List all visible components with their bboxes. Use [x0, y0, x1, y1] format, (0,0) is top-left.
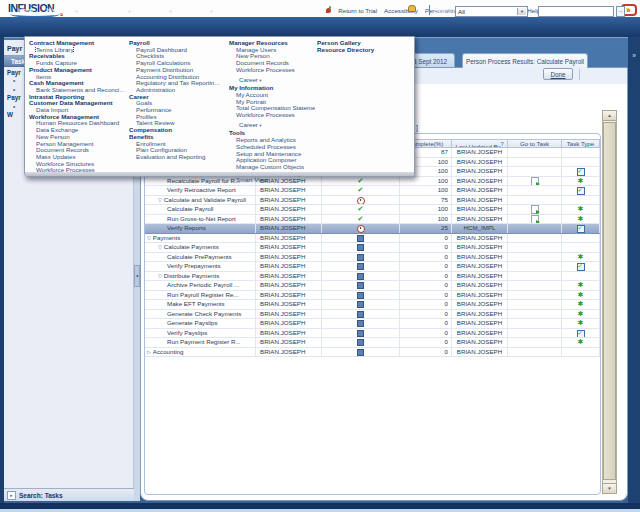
search-scope-select[interactable]: All ▼ — [455, 6, 528, 17]
table-row[interactable]: ▷AccountingBRIAN.JOSEPH0BRIAN.JOSEPH — [145, 348, 600, 358]
nav-item-watchlist[interactable]: Watchlist ▾ — [183, 7, 213, 14]
task-name[interactable]: Verify Retroactive Report — [167, 186, 236, 193]
column-header-last-updated-by[interactable]: Last Updated By? — [452, 139, 508, 148]
search-tasks-footer[interactable]: ▸ Search: Tasks — [4, 488, 134, 501]
menu-item-manage-custom-objects[interactable]: Manage Custom Objects — [229, 164, 315, 171]
menu-group-contract-management[interactable]: Contract Management — [29, 40, 127, 47]
tab-person-process-results[interactable]: Person Process Results: Calculate Payrol… — [462, 53, 588, 68]
column-header-task-type[interactable]: Task Type — [562, 139, 600, 148]
help-icon[interactable]: ? — [501, 141, 504, 147]
menu-item-download-adf-desktop-integr[interactable]: Download ADF Desktop Integr... — [229, 171, 315, 178]
nav-item-favorites[interactable]: Favorites ▾ — [142, 7, 172, 14]
search-go-button[interactable]: → — [616, 6, 625, 17]
menu-group-tools[interactable]: Tools — [229, 130, 315, 137]
menu-item-payroll-dashboard[interactable]: Payroll Dashboard — [129, 47, 227, 54]
table-row-selected[interactable]: Verify ReportsBRIAN.JOSEPH25HCM_IMPL — [145, 224, 600, 234]
scrollbar-thumb[interactable] — [603, 122, 616, 480]
search-input[interactable] — [538, 6, 614, 17]
chevron-down-icon[interactable]: ▼ — [517, 8, 526, 15]
task-name[interactable]: Verify Payslips — [167, 329, 207, 336]
menu-group-workforce-management[interactable]: Workforce Management — [29, 114, 127, 121]
table-row[interactable]: Verify PayslipsBRIAN.JOSEPH0BRIAN.JOSEPH — [145, 329, 600, 339]
table-row[interactable]: Calculate PrePaymentsBRIAN.JOSEPH0BRIAN.… — [145, 253, 600, 263]
menu-item-scheduled-processes[interactable]: Scheduled Processes — [229, 144, 315, 151]
table-row[interactable]: Generate PayslipsBRIAN.JOSEPH0BRIAN.JOSE… — [145, 319, 600, 329]
collapse-node-icon[interactable]: ▽ — [158, 273, 162, 279]
menu-item-payroll-calculations[interactable]: Payroll Calculations — [129, 60, 227, 67]
go-to-task-icon[interactable] — [531, 177, 539, 186]
right-collapsed-pane[interactable] — [628, 37, 640, 503]
table-row[interactable]: ▽Calculate and Validate PayrollBRIAN.JOS… — [145, 196, 600, 206]
task-name[interactable]: Calculate Payments — [164, 243, 219, 250]
menu-item-performance[interactable]: Performance — [129, 107, 227, 114]
task-name[interactable]: Accounting — [153, 348, 184, 355]
menu-group-payroll[interactable]: Payroll — [129, 40, 227, 47]
table-row[interactable]: Make EFT PaymentsBRIAN.JOSEPH0BRIAN.JOSE… — [145, 300, 600, 310]
menu-item-person-management[interactable]: Person Management — [29, 141, 127, 148]
menu-item-workforce-structures[interactable]: Workforce Structures — [29, 161, 127, 168]
menu-item-plan-configuration[interactable]: Plan Configuration — [129, 147, 227, 154]
menu-item-accounting-distribution[interactable]: Accounting Distribution — [129, 74, 227, 81]
menu-item-my-account[interactable]: My Account — [229, 92, 315, 99]
menu-group-manager-resources[interactable]: Manager Resources — [229, 40, 315, 47]
menu-item-workforce-processes[interactable]: Workforce Processes — [29, 167, 127, 174]
menu-group-receivables[interactable]: Receivables — [29, 53, 127, 60]
table-row[interactable]: Run Payroll Register Re...BRIAN.JOSEPH0B… — [145, 291, 600, 301]
menu-item-evaluation-and-reporting[interactable]: Evaluation and Reporting — [129, 154, 227, 161]
done-button[interactable]: Done — [543, 68, 573, 80]
tab-overflow-chevron[interactable]: » — [629, 52, 639, 59]
advanced-search-icon[interactable]: » — [626, 6, 630, 13]
menu-item-mass-updates[interactable]: Mass Updates — [29, 154, 127, 161]
menu-item-document-records[interactable]: Document Records — [29, 147, 127, 154]
notifications[interactable]: (0) — [408, 5, 426, 12]
go-to-task-icon[interactable] — [531, 205, 539, 214]
nav-item-navigator[interactable]: Navigator ▾ — [46, 7, 77, 14]
task-name[interactable]: Calculate and Validate Payroll — [164, 196, 246, 203]
menu-item-my-portrait[interactable]: My Portrait — [229, 99, 315, 106]
table-row[interactable]: Calculate PayrollBRIAN.JOSEPH✔100BRIAN.J… — [145, 205, 600, 215]
nav-item-spaces[interactable]: Spaces — [248, 7, 270, 14]
task-name[interactable]: Make EFT Payments — [167, 300, 225, 307]
menu-item-regulatory-and-tax-reportin[interactable]: Regulatory and Tax Reportin... — [129, 80, 227, 87]
scroll-down-arrow[interactable]: ▼ — [602, 483, 617, 494]
task-name[interactable]: Distribute Payments — [164, 272, 219, 279]
nav-item-recent-items[interactable]: Recent Items ▾ — [89, 7, 131, 14]
table-row[interactable]: Run Payment Register R...BRIAN.JOSEPH0BR… — [145, 338, 600, 348]
collapse-node-icon[interactable]: ▽ — [158, 197, 162, 203]
menu-item-career[interactable]: Career ▾ — [229, 122, 315, 130]
table-row[interactable]: ▽Distribute PaymentsBRIAN.JOSEPH0BRIAN.J… — [145, 272, 600, 282]
expander-icon[interactable]: ▸ — [7, 491, 16, 500]
task-name[interactable]: Calculate PrePayments — [167, 253, 232, 260]
menu-item-reports-and-analytics[interactable]: Reports and Analytics — [229, 137, 315, 144]
collapse-node-icon[interactable]: ▽ — [147, 235, 151, 241]
menu-item-smart-view[interactable]: Smart View — [229, 177, 315, 184]
menu-item-total-compensation-statemen[interactable]: Total Compensation Statemen... — [229, 105, 315, 112]
table-row[interactable]: Generate Check PaymentsBRIAN.JOSEPH0BRIA… — [145, 310, 600, 320]
menu-group-resource-directory[interactable]: Resource Directory — [317, 47, 413, 54]
menu-group-benefits[interactable]: Benefits — [129, 134, 227, 141]
menu-item-profiles[interactable]: Profiles — [129, 114, 227, 121]
menu-item-setup-and-maintenance[interactable]: Setup and Maintenance — [229, 151, 315, 158]
task-name[interactable]: Archive Periodic Payroll ... — [167, 281, 239, 288]
nav-item-tags[interactable]: Tags — [223, 7, 237, 14]
table-row[interactable]: Archive Periodic Payroll ...BRIAN.JOSEPH… — [145, 281, 600, 291]
menu-item-data-exchange[interactable]: Data Exchange — [29, 127, 127, 134]
menu-group-customer-data-management[interactable]: Customer Data Management — [29, 100, 127, 107]
task-name[interactable]: Generate Check Payments — [167, 310, 241, 317]
menu-group-product-management[interactable]: Product Management — [29, 67, 127, 74]
scroll-up-arrow[interactable]: ▲ — [602, 110, 617, 121]
task-name[interactable]: Run Payroll Register Re... — [167, 291, 239, 298]
task-name[interactable]: Verify Reports — [167, 224, 206, 231]
task-name[interactable]: Generate Payslips — [167, 319, 218, 326]
nav-item-home[interactable]: Home — [18, 7, 35, 14]
menu-item-enrollment[interactable]: Enrollment — [129, 141, 227, 148]
menu-item-workforce-processes[interactable]: Workforce Processes — [229, 67, 315, 74]
table-row[interactable]: Run Gross-to-Net ReportBRIAN.JOSEPH✔100B… — [145, 215, 600, 225]
menu-item-new-person[interactable]: New Person — [229, 53, 315, 60]
menu-group-cash-management[interactable]: Cash Management — [29, 80, 127, 87]
menu-item-career[interactable]: Career ▾ — [229, 77, 315, 85]
menu-item-payment-distribution[interactable]: Payment Distribution — [129, 67, 227, 74]
task-name[interactable]: Verify Prepayments — [167, 262, 221, 269]
task-name[interactable]: Calculate Payroll — [167, 205, 213, 212]
menu-item-checklists[interactable]: Checklists — [129, 53, 227, 60]
